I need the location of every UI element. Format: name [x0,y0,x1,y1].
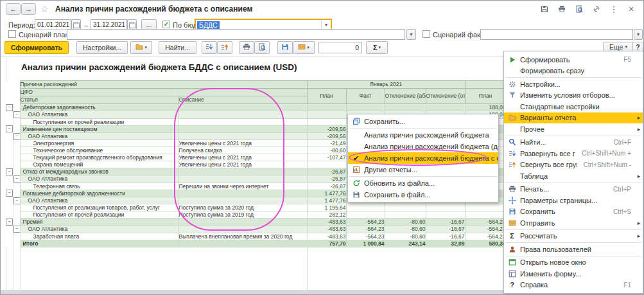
menu-item[interactable]: Сохранить в файл... [348,189,498,201]
cell-plan-next: 580,36 [465,240,506,247]
back-icon[interactable]: ← [6,3,21,15]
collapse-toggle-icon[interactable]: − [13,133,21,140]
menu-item[interactable]: СохранитьCtrl+S [504,206,643,218]
sigma-icon: Σ [373,44,378,51]
row-description [178,175,307,183]
by-budget-checkbox[interactable]: ✓ [162,21,170,28]
menu-item[interactable]: Варианты отчета▸ [504,112,643,124]
menu-item[interactable]: Найти...Ctrl+F [504,137,643,148]
preview-button[interactable] [254,41,270,54]
cell-plan: -483,63 [307,219,346,226]
row-label: Электроэнергия [20,140,178,147]
report-variants-dropdown[interactable]: ▾ [130,41,152,54]
filter-icon [504,91,520,99]
forward-icon[interactable]: → [21,3,36,15]
menu-item[interactable]: Изменить условия отборов... [504,90,643,102]
send-icon [504,219,520,227]
send-dropdown[interactable]: ▾ [293,41,315,54]
scenario-plan-checkbox[interactable] [8,30,16,38]
scenario-fact-combobox[interactable] [480,29,633,40]
menu-item[interactable]: ΣРассчитать▸ [504,231,643,242]
collapse-toggle-icon[interactable]: − [13,197,21,204]
settings-button[interactable]: Настройки... [76,41,128,54]
preview-icon[interactable] [575,4,584,13]
submenu-arrow-icon: ▸ [635,220,643,226]
menu-item[interactable]: Стандартные настройки [504,101,643,112]
menu-separator [505,183,641,183]
menu-item-label: Формировать сразу [520,67,625,75]
collapse-groups-button[interactable] [217,41,232,54]
row-description [178,226,307,233]
cell-deviation-abs: -80,60 [385,226,426,233]
menu-item[interactable]: Параметры страницы... [504,195,643,206]
sum-dropdown[interactable]: Σ▾ [366,41,388,54]
row-description [178,197,307,204]
generate-button[interactable]: Сформировать [4,41,69,54]
reports-icon [348,166,364,174]
menu-item[interactable]: Отправить▸ [504,217,643,229]
menu-item[interactable]: Настройки... [504,78,643,90]
cell-deviation-rel: -16,67 [426,226,465,233]
cell-plan: 282,12 [307,211,346,219]
save-icon [281,42,289,53]
collapse-toggle-icon[interactable]: − [13,226,21,233]
menu-item[interactable]: ✔Анализ причин расхождений бюджета с опи… [348,152,498,164]
collapse-toggle-icon[interactable]: − [6,190,13,197]
menu-item[interactable]: Анализ причин расхождений бюджета (детал… [348,141,498,152]
menu-item[interactable]: ?СправкаF1 [504,280,643,291]
print-button[interactable] [239,41,254,54]
row-description [178,240,307,247]
app-window: ← → ☆ Анализ причин расхождений бюджета … [0,0,644,295]
menu-item[interactable]: Формировать сразу [504,66,643,77]
report-variants-menu: Сохранить...Анализ причин расхождений бю… [347,114,499,202]
menu-item[interactable]: Другие отчеты... [348,164,498,175]
save-icon[interactable] [540,4,549,13]
header-period: Январь 2021 [307,81,465,89]
menu-item[interactable]: Изменить форму... [504,268,643,280]
scenario-fact-checkbox[interactable] [422,30,430,38]
menu-item[interactable]: СформироватьF5 [504,54,643,66]
close-icon[interactable]: × [627,4,636,13]
collapse-toggle-icon[interactable]: − [13,175,21,183]
menu-item[interactable]: Развернуть все группыCtrl+Shift+Num + [504,148,643,159]
menu-item[interactable]: Открыть новое окно [504,257,643,269]
report-variants-icon [135,42,143,53]
chevron-down-icon[interactable]: ▾ [634,29,643,40]
find-button[interactable]: Найти... [159,41,196,54]
menu-item-shortcut: Ctrl+Shift+Num - [577,161,635,168]
cell-plan [307,118,346,125]
cell-fact [346,211,385,219]
menu-item[interactable]: Таблица▸ [504,170,643,182]
menu-separator [505,229,641,230]
cell-plan-next: -564,23 [465,233,506,240]
row-label: Погашение дебиторской задолженности [20,190,178,197]
collapse-toggle-icon[interactable]: − [13,111,21,118]
collapse-toggle-icon[interactable]: − [6,125,13,132]
menu-item-label: Отправить [520,219,625,227]
save-button[interactable] [277,41,293,54]
row-label: Текущий ремонт производственного оборудо… [20,154,178,161]
chevron-down-icon[interactable]: ▾ [406,29,416,40]
link-icon[interactable] [592,4,601,13]
menu-item[interactable]: Права пользователей [504,244,643,255]
kebab-icon[interactable]: ⋮ [609,4,618,13]
cell-plan-next [465,211,506,219]
expand-groups-button[interactable] [202,41,217,54]
collapse-toggle-icon[interactable]: − [6,168,13,175]
collapse-toggle-icon[interactable]: − [6,219,13,226]
collapse-toggle-icon[interactable]: − [6,104,13,111]
menu-item-label: Свернуть все группы [520,161,577,168]
print-icon[interactable] [557,4,566,13]
counter-field[interactable]: 0 [318,42,362,53]
menu-item[interactable]: Прочее▸ [504,123,643,135]
chevron-down-icon[interactable]: ▾ [321,20,331,30]
menu-item[interactable]: Обновить из файла... [348,177,498,189]
menu-item[interactable]: Свернуть все группыCtrl+Shift+Num - [504,159,643,171]
favorite-star-icon[interactable]: ☆ [40,4,49,14]
menu-item[interactable]: Печать...Ctrl+P [504,184,643,195]
menu-item[interactable]: Сохранить... [348,116,498,127]
scenario-plan-combobox[interactable] [67,29,405,40]
menu-item[interactable]: Анализ причин расхождений бюджета [348,129,498,141]
row-label: Премия [20,219,178,226]
row-description: Выплачена внеплановая премия за 2020 год [178,233,307,240]
